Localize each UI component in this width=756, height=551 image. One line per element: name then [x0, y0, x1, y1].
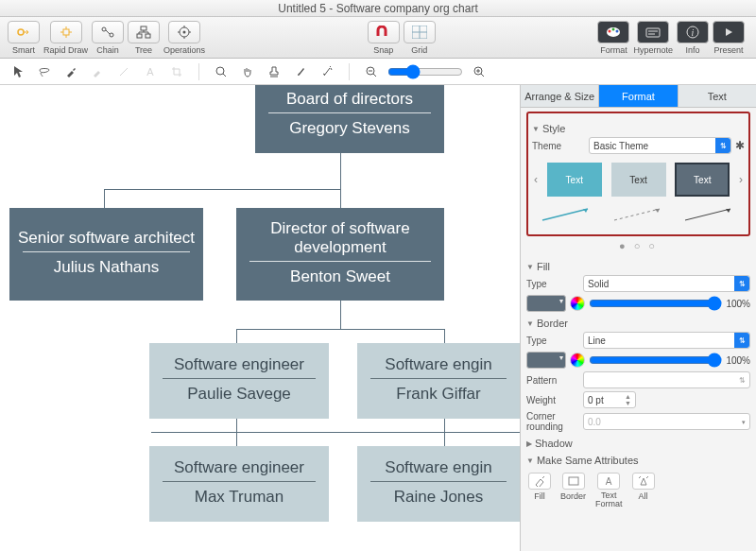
disclosure-triangle-icon: ▼ [532, 125, 540, 133]
stamp-tool-icon[interactable] [264, 62, 284, 81]
org-node-engineer[interactable]: Software engin Raine Jones [357, 446, 520, 522]
smart-tool[interactable]: Smart [6, 21, 42, 55]
border-opacity-slider[interactable] [589, 353, 722, 368]
svg-rect-4 [141, 26, 146, 30]
fill-opacity-value: 100% [726, 299, 750, 309]
fill-tool-icon[interactable] [87, 62, 108, 81]
style-section-header[interactable]: ▼Style [532, 123, 745, 134]
node-title: Software engin [357, 352, 520, 378]
tree-tool[interactable]: Tree [126, 21, 162, 55]
tab-arrange[interactable]: Arrange & Size [521, 85, 599, 108]
zoom-slider[interactable] [387, 64, 463, 79]
border-type-select[interactable]: Line⇅ [583, 332, 750, 349]
arrow-style-3[interactable] [677, 204, 743, 225]
hypernote-button[interactable]: Hypernote [631, 21, 675, 55]
svg-point-17 [216, 67, 224, 75]
svg-point-3 [110, 33, 113, 37]
color-wheel-icon[interactable] [570, 353, 585, 368]
brush-tool-icon[interactable] [290, 62, 311, 81]
node-title: Software engineer [149, 352, 329, 378]
lasso-tool-icon[interactable] [34, 62, 55, 81]
hand-tool-icon[interactable] [237, 62, 258, 81]
style-swatch-3[interactable]: Text [675, 163, 730, 197]
operations-label: Operations [163, 45, 205, 55]
org-node-engineer[interactable]: Software engineer Max Truman [149, 446, 329, 522]
fill-opacity-slider[interactable] [589, 296, 722, 311]
fill-type-select[interactable]: Solid⇅ [583, 275, 750, 292]
zoom-in-icon[interactable] [469, 62, 490, 81]
fill-type-label: Type [526, 279, 579, 289]
weight-label: Weight [526, 395, 579, 405]
msa-border-button[interactable]: Border [560, 473, 586, 508]
node-name: Max Truman [149, 482, 329, 514]
connector [236, 329, 444, 330]
page-dots[interactable]: ● ○ ○ [526, 236, 750, 255]
format-panel-button[interactable]: Format [595, 21, 631, 55]
connector [340, 153, 341, 189]
svg-point-11 [612, 27, 615, 30]
corner-stepper: 0.0▾ [583, 413, 750, 430]
operations-tool[interactable]: Operations [162, 21, 207, 55]
crop-tool-icon[interactable] [166, 62, 187, 81]
node-name: Julius Nathans [9, 252, 203, 284]
text-tool-icon[interactable]: A [140, 62, 161, 81]
node-name: Benton Sweet [236, 262, 444, 294]
rapid-draw-tool[interactable]: Rapid Draw [42, 21, 90, 55]
canvas[interactable]: Board of directors Gregory Stevens Senio… [0, 85, 520, 551]
color-wheel-icon[interactable] [570, 296, 585, 311]
fill-section-header[interactable]: ▼Fill [526, 261, 750, 272]
node-title: Software engineer [149, 455, 329, 481]
chevron-right-icon[interactable]: › [739, 173, 743, 186]
dropdown-caret-icon: ⇅ [734, 276, 749, 291]
snap-tool[interactable]: Snap [366, 21, 402, 55]
arrow-previews [532, 202, 745, 231]
msa-textformat-button[interactable]: AText Format [595, 473, 623, 508]
node-name: Paulie Savege [149, 379, 329, 411]
eyedropper-icon[interactable] [60, 62, 81, 81]
shadow-section-header[interactable]: ▶Shadow [526, 438, 750, 449]
tab-format[interactable]: Format [599, 85, 678, 108]
arrow-style-1[interactable] [534, 204, 600, 225]
pattern-select[interactable]: ⇅ [583, 371, 750, 388]
line-tool-icon[interactable] [113, 62, 134, 81]
corner-label: Corner rounding [526, 411, 579, 432]
border-opacity-value: 100% [726, 355, 750, 366]
tab-text[interactable]: Text [679, 85, 756, 108]
org-node-board[interactable]: Board of directors Gregory Stevens [255, 85, 444, 153]
msa-section-header[interactable]: ▼Make Same Attributes [526, 455, 750, 466]
org-node-engineer[interactable]: Software engineer Paulie Savege [149, 343, 329, 419]
svg-rect-13 [646, 28, 660, 37]
format-label: Format [600, 45, 627, 55]
connector [151, 432, 520, 433]
grid-tool[interactable]: Grid [402, 21, 438, 55]
dropdown-caret-icon: ⇅ [734, 333, 749, 348]
gear-icon[interactable]: ✱ [735, 139, 745, 152]
theme-select[interactable]: Basic Theme⇅ [589, 137, 731, 154]
window-title: Untitled 5 - Software company org chart [0, 0, 756, 17]
chevron-left-icon[interactable]: ‹ [534, 173, 538, 186]
org-node-engineer[interactable]: Software engin Frank Giffar [357, 343, 520, 419]
weight-stepper[interactable]: 0 pt▲▼ [583, 391, 636, 408]
msa-fill-button[interactable]: Fill [528, 473, 551, 508]
style-swatch-2[interactable]: Text [611, 163, 666, 197]
zoom-out-icon[interactable] [361, 62, 382, 81]
org-node-architect[interactable]: Senior software architect Julius Nathans [9, 208, 203, 301]
svg-point-2 [102, 27, 106, 31]
border-color-chip[interactable] [526, 352, 566, 369]
present-button[interactable]: Present [711, 21, 747, 55]
chain-tool[interactable]: Chain [90, 21, 126, 55]
pointer-tool-icon[interactable] [8, 62, 28, 81]
msa-all-button[interactable]: All [632, 473, 655, 508]
arrow-style-2[interactable] [606, 204, 672, 225]
wand-tool-icon[interactable] [317, 62, 337, 81]
info-button[interactable]: i Info [675, 21, 711, 55]
disclosure-triangle-icon: ▼ [526, 456, 534, 465]
fill-color-chip[interactable] [526, 295, 566, 312]
style-section-highlight: ▼Style Theme Basic Theme⇅ ✱ ‹ Text Text … [526, 112, 750, 236]
org-node-director[interactable]: Director of software development Benton … [236, 208, 444, 301]
disclosure-triangle-icon: ▼ [526, 263, 534, 271]
pattern-label: Pattern [526, 375, 579, 386]
style-swatch-1[interactable]: Text [547, 163, 602, 197]
border-section-header[interactable]: ▼Border [526, 318, 750, 329]
zoom-tool-icon[interactable] [211, 62, 232, 81]
